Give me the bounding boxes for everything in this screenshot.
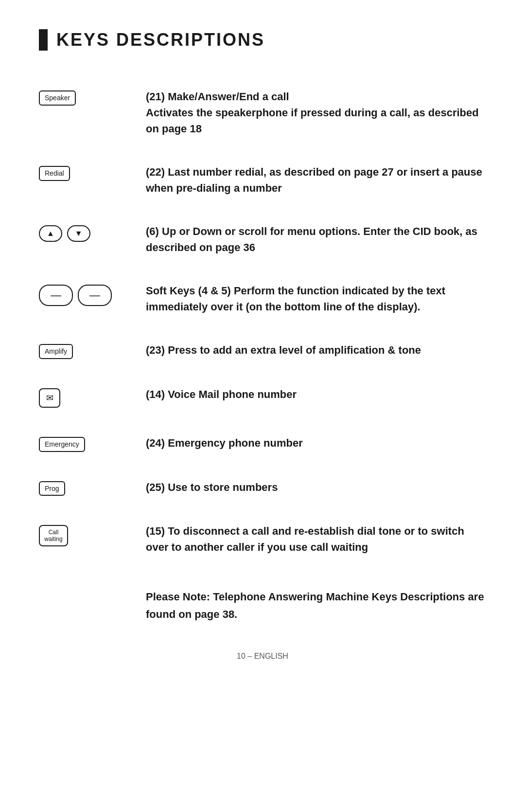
- key-row-softkeys: — — Soft Keys (4 & 5) Perform the functi…: [39, 269, 486, 328]
- key-desc-amplify: (23) Press to add an extra level of ampl…: [146, 342, 486, 358]
- key-icon-softkeys: — —: [39, 283, 126, 306]
- key-desc-prog: (25) Use to store numbers: [146, 479, 486, 495]
- footer-text: 10 – ENGLISH: [237, 652, 288, 660]
- redial-button[interactable]: Redial: [39, 166, 70, 181]
- down-arrow-icon: ▼: [75, 229, 83, 238]
- key-icon-amplify: Amplify: [39, 342, 126, 359]
- key-desc-softkeys: Soft Keys (4 & 5) Perform the function i…: [146, 283, 486, 315]
- key-icon-callwaiting: Callwaiting: [39, 523, 126, 546]
- page-title: KEYS DESCRIPTIONS: [56, 30, 265, 50]
- speaker-button[interactable]: Speaker: [39, 90, 76, 106]
- page-title-section: KEYS DESCRIPTIONS: [39, 29, 486, 51]
- key-num-redial: (22) Last number redial, as described on…: [146, 166, 482, 194]
- amplify-button[interactable]: Amplify: [39, 344, 73, 359]
- key-row-amplify: Amplify (23) Press to add an extra level…: [39, 328, 486, 373]
- page-footer: 10 – ENGLISH: [39, 652, 486, 661]
- key-icon-redial: Redial: [39, 164, 126, 181]
- soft-key-2-icon: —: [89, 289, 100, 302]
- page-container: KEYS DESCRIPTIONS Speaker (21) Make/Answ…: [39, 29, 486, 661]
- keys-list: Speaker (21) Make/Answer/End a call Acti…: [39, 75, 486, 569]
- key-row-callwaiting: Callwaiting (15) To disconnect a call an…: [39, 509, 486, 569]
- mail-icon: ✉: [46, 393, 53, 403]
- key-desc-redial: (22) Last number redial, as described on…: [146, 164, 486, 196]
- key-desc-voicemail: (14) Voice Mail phone number: [146, 386, 486, 402]
- key-desc-updown: (6) Up or Down or scroll for menu option…: [146, 223, 486, 255]
- key-num-speaker: (21) Make/Answer/End a call Activates th…: [146, 90, 479, 135]
- key-row-prog: Prog (25) Use to store numbers: [39, 466, 486, 510]
- key-desc-speaker: (21) Make/Answer/End a call Activates th…: [146, 89, 486, 137]
- key-row-updown: ▲ ▼ (6) Up or Down or scroll for menu op…: [39, 210, 486, 269]
- soft-key-2-button[interactable]: —: [78, 285, 112, 306]
- key-desc-emergency: (24) Emergency phone number: [146, 435, 486, 451]
- down-arrow-button[interactable]: ▼: [67, 225, 90, 242]
- key-row-redial: Redial (22) Last number redial, as descr…: [39, 150, 486, 210]
- up-arrow-icon: ▲: [47, 229, 54, 238]
- key-row-voicemail: ✉ (14) Voice Mail phone number: [39, 373, 486, 421]
- note-section: Please Note: Telephone Answering Machine…: [39, 588, 486, 622]
- soft-keys-label: Soft Keys (4 & 5) Perform the function i…: [146, 285, 445, 313]
- title-bar-decoration: [39, 29, 48, 51]
- key-icon-prog: Prog: [39, 479, 126, 496]
- voicemail-button[interactable]: ✉: [39, 388, 60, 408]
- key-icon-voicemail: ✉: [39, 386, 126, 408]
- callwaiting-label: Callwaiting: [44, 529, 62, 543]
- key-num-prog: (25) Use to store numbers: [146, 481, 278, 493]
- key-row-speaker: Speaker (21) Make/Answer/End a call Acti…: [39, 75, 486, 150]
- key-desc-callwaiting: (15) To disconnect a call and re-establi…: [146, 523, 486, 555]
- key-row-emergency: Emergency (24) Emergency phone number: [39, 421, 486, 466]
- key-num-emergency: (24) Emergency phone number: [146, 437, 303, 449]
- emergency-button[interactable]: Emergency: [39, 437, 85, 452]
- key-icon-emergency: Emergency: [39, 435, 126, 452]
- callwaiting-button[interactable]: Callwaiting: [39, 525, 68, 546]
- up-arrow-button[interactable]: ▲: [39, 225, 62, 242]
- soft-key-1-button[interactable]: —: [39, 285, 73, 306]
- key-num-updown: (6) Up or Down or scroll for menu option…: [146, 225, 477, 253]
- key-num-amplify: (23) Press to add an extra level of ampl…: [146, 344, 421, 356]
- key-icon-updown: ▲ ▼: [39, 223, 126, 242]
- prog-button[interactable]: Prog: [39, 481, 65, 496]
- key-num-voicemail: (14) Voice Mail phone number: [146, 388, 297, 400]
- soft-key-1-icon: —: [51, 289, 61, 302]
- key-icon-speaker: Speaker: [39, 89, 126, 106]
- note-text: Please Note: Telephone Answering Machine…: [146, 591, 484, 620]
- key-num-callwaiting: (15) To disconnect a call and re-establi…: [146, 525, 464, 553]
